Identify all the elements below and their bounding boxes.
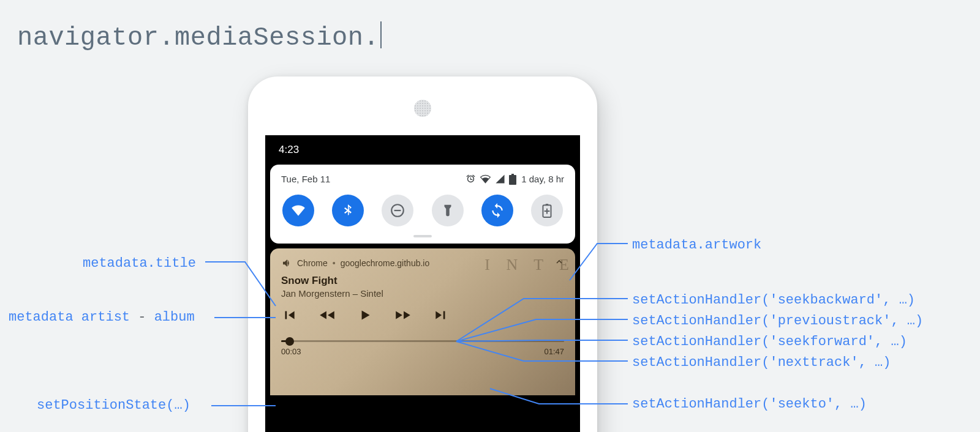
phone-screen: 4:23 Tue, Feb 11 1 day, 8 hr — [265, 135, 580, 432]
play-button[interactable] — [357, 307, 373, 323]
bluetooth-icon — [341, 203, 355, 218]
battery-saver-toggle[interactable] — [531, 195, 563, 226]
seek-backward-button[interactable] — [318, 307, 336, 323]
progress-bar[interactable]: 00:03 01:47 — [281, 340, 564, 356]
play-icon — [357, 307, 373, 323]
status-time: 4:23 — [279, 144, 299, 156]
media-domain: googlechrome.github.io — [341, 258, 430, 268]
fast-forward-icon — [394, 307, 412, 323]
anno-seekto: setActionHandler('seekto', …) — [632, 397, 867, 412]
media-controls — [281, 307, 564, 323]
bluetooth-toggle[interactable] — [332, 195, 364, 226]
phone-frame: 4:23 Tue, Feb 11 1 day, 8 hr — [248, 76, 597, 432]
media-subtitle: Jan Morgenstern – Sintel — [281, 288, 564, 299]
progress-times: 00:03 01:47 — [281, 347, 564, 356]
rotation-toggle[interactable] — [481, 195, 513, 226]
anno-seekbackward: setActionHandler('seekbackward', …) — [632, 292, 915, 308]
skip-previous-icon — [281, 307, 297, 323]
media-app-source: Chrome — [297, 258, 328, 268]
wifi-toggle-icon — [290, 203, 306, 218]
page-heading: navigator.mediaSession. — [17, 21, 382, 53]
cursor-icon — [380, 21, 382, 48]
quick-settings-header: Tue, Feb 11 1 day, 8 hr — [281, 173, 564, 185]
dot-separator: • — [333, 258, 336, 268]
media-header: Chrome • googlechrome.github.io — [281, 257, 564, 269]
volume-icon — [281, 258, 292, 269]
seek-forward-button[interactable] — [394, 307, 412, 323]
skip-next-icon — [433, 307, 449, 323]
anno-artwork: metadata.artwork — [632, 237, 761, 253]
media-notification[interactable]: I N T E Chrome • googlechrome.github.io … — [270, 248, 575, 395]
wifi-toggle[interactable] — [282, 195, 314, 226]
time-elapsed: 00:03 — [281, 347, 301, 356]
wifi-icon — [480, 173, 491, 185]
previous-track-button[interactable] — [281, 307, 297, 323]
dnd-icon — [390, 203, 405, 218]
anno-nexttrack: setActionHandler('nexttrack', …) — [632, 355, 891, 370]
anno-position-state: setPositionState(…) — [37, 398, 190, 413]
anno-line-artist — [214, 317, 276, 318]
anno-metadata-artist-album: metadata artist - album — [9, 310, 195, 325]
dnd-toggle[interactable] — [382, 195, 413, 226]
time-total: 01:47 — [544, 347, 564, 356]
anno-seekforward: setActionHandler('seekforward', …) — [632, 334, 907, 349]
progress-thumb[interactable] — [285, 337, 294, 346]
heading-text: navigator.mediaSession. — [17, 23, 379, 53]
anno-line-position — [211, 405, 276, 406]
flashlight-icon — [441, 204, 454, 217]
cell-signal-icon — [495, 174, 505, 184]
anno-metadata-title: metadata.title — [83, 256, 196, 271]
alarm-icon — [466, 174, 476, 184]
quick-settings-panel: Tue, Feb 11 1 day, 8 hr — [270, 165, 575, 244]
anno-previoustrack: setActionHandler('previoustrack', …) — [632, 313, 923, 329]
qs-duration: 1 day, 8 hr — [521, 174, 564, 184]
qs-date: Tue, Feb 11 — [281, 174, 330, 184]
progress-track — [281, 340, 564, 342]
battery-saver-icon — [541, 203, 553, 218]
qs-status-icons: 1 day, 8 hr — [466, 173, 564, 185]
qs-drag-handle[interactable] — [413, 235, 432, 237]
next-track-button[interactable] — [433, 307, 449, 323]
status-bar: 4:23 — [265, 135, 580, 165]
rotation-icon — [489, 203, 505, 218]
rewind-icon — [318, 307, 336, 323]
collapse-chevron-icon[interactable] — [554, 257, 564, 269]
battery-icon — [509, 174, 516, 185]
phone-speaker-icon — [414, 100, 431, 117]
qs-toggles-row — [281, 193, 564, 233]
media-title: Snow Fight — [281, 275, 564, 287]
flashlight-toggle[interactable] — [432, 195, 464, 226]
